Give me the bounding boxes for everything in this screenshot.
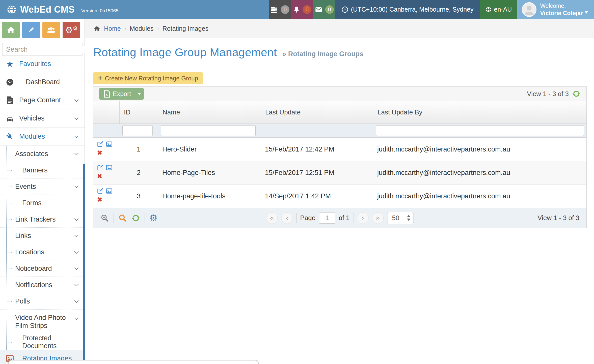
sidebar-item-modules[interactable]: Modules <box>0 128 85 146</box>
svg-text:x: x <box>106 93 108 97</box>
home-icon[interactable] <box>93 25 100 32</box>
table-row[interactable]: ✖ 1 Hero-Slider 15/Feb/2017 12:42 PM jud… <box>93 138 586 161</box>
gauge-icon <box>6 78 14 86</box>
user-name: Victoria Cotejar <box>540 10 583 16</box>
chevron-down-icon <box>74 282 79 286</box>
home-button[interactable] <box>2 22 20 38</box>
gears-icon: ⚙⚙ <box>65 26 78 34</box>
locale-button[interactable]: en-AU <box>480 0 518 19</box>
user-menu[interactable]: Welcome, Victoria Cotejar <box>517 0 594 19</box>
export-button[interactable]: x Export <box>99 88 135 100</box>
sidebar-item-events[interactable]: Events <box>0 178 85 195</box>
column-header-name[interactable]: Name <box>158 101 261 124</box>
home-icon <box>7 26 15 34</box>
page-title: Rotating Image Group Management <box>93 46 277 59</box>
globe-icon <box>485 6 492 13</box>
grid-filter-row <box>93 124 586 138</box>
filter-name-input[interactable] <box>161 125 256 136</box>
brand-name: WebEd CMS <box>20 4 75 15</box>
grid-footer: ⚙ « ‹ Page of 1 › » 50 <box>93 208 586 228</box>
images-icon[interactable] <box>106 188 113 194</box>
users-button[interactable] <box>42 22 60 38</box>
edit-icon[interactable] <box>97 164 104 171</box>
sidebar-item-links[interactable]: Links <box>0 228 85 244</box>
cell-id: 3 <box>119 185 158 208</box>
chevron-down-icon <box>74 233 79 237</box>
records-menu-button[interactable]: 0 <box>269 0 291 19</box>
zoom-in-icon[interactable] <box>100 214 109 222</box>
page-number-input[interactable] <box>319 213 335 224</box>
reload-grid-icon[interactable] <box>131 214 140 222</box>
cell-last-update: 15/Feb/2017 12:51 PM <box>261 161 373 184</box>
chevron-down-icon <box>74 134 79 138</box>
refresh-icon[interactable] <box>572 90 580 98</box>
create-new-group-button[interactable]: + Create New Rotating Image Group <box>93 72 203 84</box>
view-info: View 1 - 3 of 3 <box>527 90 569 98</box>
breadcrumb-modules[interactable]: Modules <box>130 25 154 32</box>
first-page-button[interactable]: « <box>266 212 278 224</box>
breadcrumb-home-link[interactable]: Home <box>104 25 121 32</box>
grid-settings-icon[interactable]: ⚙ <box>149 214 157 223</box>
sidebar-item-favourites[interactable]: ★ Favourites <box>0 55 85 73</box>
top-header-bar: WebEd CMS Version: 0a15065 0 <box>0 0 594 19</box>
sidebar-item-forms[interactable]: Forms <box>0 195 85 211</box>
delete-icon[interactable]: ✖ <box>97 196 102 203</box>
grid-header-row: ID Name Last Update Last Update By <box>93 101 586 124</box>
sidebar-item-protected-documents[interactable]: Protected Documents <box>0 334 85 350</box>
images-icon[interactable] <box>106 164 113 171</box>
messages-button[interactable]: 0 <box>313 0 335 19</box>
chevron-down-icon <box>74 266 79 270</box>
cell-name: Home-page-tile-tools <box>158 185 261 208</box>
page-size-select[interactable]: 50 <box>387 212 414 224</box>
previous-page-button[interactable]: ‹ <box>281 212 293 224</box>
delete-icon[interactable]: ✖ <box>97 149 102 156</box>
filter-id-input[interactable] <box>122 125 153 136</box>
delete-icon[interactable]: ✖ <box>97 173 102 179</box>
export-dropdown-button[interactable] <box>135 88 144 100</box>
images-icon[interactable] <box>106 141 113 147</box>
search-grid-icon[interactable] <box>118 214 127 222</box>
plus-icon: + <box>98 74 102 82</box>
cell-last-update: 14/Sep/2017 1:42 PM <box>261 185 373 208</box>
cell-id: 2 <box>119 161 158 184</box>
sidebar-item-polls[interactable]: Polls <box>0 293 85 310</box>
table-row[interactable]: ✖ 2 Home-Page-Tiles 15/Feb/2017 12:51 PM… <box>93 161 586 185</box>
chevron-down-icon <box>74 116 79 120</box>
sidebar-item-locations[interactable]: Locations <box>0 244 85 260</box>
settings-button[interactable]: ⚙⚙ <box>63 22 80 38</box>
sidebar-item-noticeboard[interactable]: Noticeboard <box>0 260 85 277</box>
timezone-display[interactable]: (UTC+10:00) Canberra, Melbourne, Sydney <box>335 0 480 19</box>
edit-icon[interactable] <box>97 141 104 147</box>
cell-last-update-by: judith.mccarthy@interactivepartners.com.… <box>373 185 586 208</box>
column-header-id[interactable]: ID <box>119 101 158 124</box>
chevron-down-icon <box>74 217 79 221</box>
search-input[interactable] <box>6 46 95 53</box>
edit-icon[interactable] <box>97 188 104 194</box>
sidebar-item-vehicles[interactable]: Vehicles <box>0 109 85 128</box>
column-header-last-update-by[interactable]: Last Update By <box>373 101 586 124</box>
pagination: « ‹ Page of 1 › » 50 <box>266 212 414 224</box>
sidebar-item-notifications[interactable]: Notifications <box>0 277 85 293</box>
column-header-actions[interactable] <box>93 101 119 124</box>
cell-id: 1 <box>119 138 158 161</box>
sidebar-item-associates[interactable]: Associates <box>0 146 85 162</box>
next-page-button[interactable]: › <box>357 212 369 224</box>
sidebar-item-page-content[interactable]: Page Content <box>0 91 85 109</box>
sidebar-item-dashboard[interactable]: DashBoard <box>0 73 85 91</box>
envelope-icon <box>315 6 323 14</box>
column-header-last-update[interactable]: Last Update <box>261 101 373 124</box>
edit-mode-button[interactable] <box>22 22 40 38</box>
last-page-button[interactable]: » <box>372 212 384 224</box>
sidebar-item-banners[interactable]: Banners <box>0 162 85 178</box>
sidebar-item-video-photo-film-strips[interactable]: Video And Photo Film Strips <box>0 310 85 334</box>
filter-last-update-by-input[interactable] <box>376 125 584 136</box>
brand-version: Version: 0a15065 <box>81 8 119 14</box>
page-label: Page <box>300 214 315 222</box>
sidebar: ⚙⚙ ★ Favourites <box>0 19 85 364</box>
alerts-button[interactable]: 0 <box>291 0 313 19</box>
chevron-down-icon <box>584 11 588 14</box>
locale-label: en-AU <box>494 6 512 13</box>
chevron-down-icon <box>74 184 79 188</box>
sidebar-item-link-trackers[interactable]: Link Trackers <box>0 211 85 228</box>
table-row[interactable]: ✖ 3 Home-page-tile-tools 14/Sep/2017 1:4… <box>93 185 586 208</box>
